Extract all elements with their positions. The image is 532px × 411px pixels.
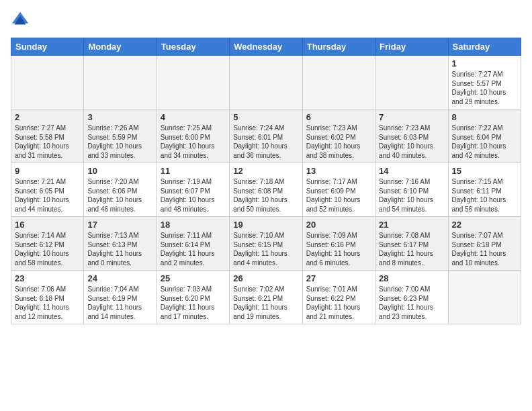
calendar-day-cell: 6Sunrise: 7:23 AM Sunset: 6:02 PM Daylig…: [302, 109, 375, 163]
calendar-day-cell: 11Sunrise: 7:19 AM Sunset: 6:07 PM Dayli…: [157, 163, 229, 217]
calendar-day-cell: [157, 56, 229, 109]
calendar-day-cell: [84, 56, 157, 109]
day-number: 14: [379, 166, 444, 176]
day-number: 23: [15, 273, 80, 283]
weekday-header: Saturday: [448, 38, 521, 56]
day-number: 10: [87, 166, 152, 176]
logo-icon: [11, 11, 30, 30]
calendar-day-cell: 20Sunrise: 7:09 AM Sunset: 6:16 PM Dayli…: [302, 217, 375, 271]
day-info: Sunrise: 7:08 AM Sunset: 6:17 PM Dayligh…: [379, 231, 444, 267]
calendar-day-cell: 18Sunrise: 7:11 AM Sunset: 6:14 PM Dayli…: [157, 217, 229, 271]
calendar-day-cell: [11, 56, 84, 109]
calendar-day-cell: 28Sunrise: 7:00 AM Sunset: 6:23 PM Dayli…: [375, 271, 448, 324]
calendar-day-cell: 24Sunrise: 7:04 AM Sunset: 6:19 PM Dayli…: [84, 271, 157, 324]
day-info: Sunrise: 7:11 AM Sunset: 6:14 PM Dayligh…: [161, 231, 226, 267]
day-info: Sunrise: 7:24 AM Sunset: 6:01 PM Dayligh…: [233, 124, 298, 160]
day-number: 2: [15, 112, 80, 122]
day-info: Sunrise: 7:10 AM Sunset: 6:15 PM Dayligh…: [233, 231, 298, 267]
calendar-day-cell: 13Sunrise: 7:17 AM Sunset: 6:09 PM Dayli…: [302, 163, 375, 217]
day-number: 17: [87, 220, 152, 230]
day-number: 25: [161, 273, 226, 283]
day-number: 4: [161, 112, 226, 122]
day-info: Sunrise: 7:22 AM Sunset: 6:04 PM Dayligh…: [452, 124, 517, 160]
weekday-header: Friday: [375, 38, 448, 56]
calendar-day-cell: 26Sunrise: 7:02 AM Sunset: 6:21 PM Dayli…: [230, 271, 302, 324]
day-info: Sunrise: 7:14 AM Sunset: 6:12 PM Dayligh…: [15, 231, 80, 267]
calendar-day-cell: 25Sunrise: 7:03 AM Sunset: 6:20 PM Dayli…: [157, 271, 229, 324]
calendar-week-row: 2Sunrise: 7:27 AM Sunset: 5:58 PM Daylig…: [11, 109, 521, 163]
weekday-header: Monday: [84, 38, 157, 56]
day-info: Sunrise: 7:17 AM Sunset: 6:09 PM Dayligh…: [306, 177, 371, 214]
calendar-day-cell: 22Sunrise: 7:07 AM Sunset: 6:18 PM Dayli…: [448, 217, 521, 271]
calendar-day-cell: 21Sunrise: 7:08 AM Sunset: 6:17 PM Dayli…: [375, 217, 448, 271]
day-info: Sunrise: 7:20 AM Sunset: 6:06 PM Dayligh…: [87, 177, 152, 214]
day-info: Sunrise: 7:02 AM Sunset: 6:21 PM Dayligh…: [233, 285, 298, 321]
calendar-day-cell: 15Sunrise: 7:15 AM Sunset: 6:11 PM Dayli…: [448, 163, 521, 217]
calendar-day-cell: 1Sunrise: 7:27 AM Sunset: 5:57 PM Daylig…: [448, 56, 521, 109]
day-info: Sunrise: 7:27 AM Sunset: 5:57 PM Dayligh…: [452, 70, 517, 106]
day-info: Sunrise: 7:23 AM Sunset: 6:02 PM Dayligh…: [306, 124, 371, 160]
calendar-header-row: SundayMondayTuesdayWednesdayThursdayFrid…: [11, 38, 521, 56]
day-number: 13: [306, 166, 371, 176]
calendar-day-cell: [230, 56, 302, 109]
day-info: Sunrise: 7:23 AM Sunset: 6:03 PM Dayligh…: [379, 124, 444, 160]
calendar-day-cell: 2Sunrise: 7:27 AM Sunset: 5:58 PM Daylig…: [11, 109, 84, 163]
day-number: 22: [452, 220, 517, 230]
day-info: Sunrise: 7:19 AM Sunset: 6:07 PM Dayligh…: [161, 177, 226, 214]
day-info: Sunrise: 7:21 AM Sunset: 6:05 PM Dayligh…: [15, 177, 80, 214]
calendar-day-cell: 12Sunrise: 7:18 AM Sunset: 6:08 PM Dayli…: [230, 163, 302, 217]
page-header: [11, 11, 521, 30]
day-number: 7: [379, 112, 444, 122]
day-info: Sunrise: 7:26 AM Sunset: 5:59 PM Dayligh…: [87, 124, 152, 160]
day-info: Sunrise: 7:13 AM Sunset: 6:13 PM Dayligh…: [87, 231, 152, 267]
weekday-header: Tuesday: [157, 38, 229, 56]
calendar-day-cell: 17Sunrise: 7:13 AM Sunset: 6:13 PM Dayli…: [84, 217, 157, 271]
weekday-header: Wednesday: [230, 38, 302, 56]
day-info: Sunrise: 7:16 AM Sunset: 6:10 PM Dayligh…: [379, 177, 444, 214]
day-number: 20: [306, 220, 371, 230]
calendar-day-cell: [448, 271, 521, 324]
day-number: 26: [233, 273, 298, 283]
calendar-week-row: 1Sunrise: 7:27 AM Sunset: 5:57 PM Daylig…: [11, 56, 521, 109]
calendar-day-cell: 10Sunrise: 7:20 AM Sunset: 6:06 PM Dayli…: [84, 163, 157, 217]
day-number: 6: [306, 112, 371, 122]
calendar-day-cell: 8Sunrise: 7:22 AM Sunset: 6:04 PM Daylig…: [448, 109, 521, 163]
weekday-header: Sunday: [11, 38, 84, 56]
calendar-day-cell: [302, 56, 375, 109]
day-number: 28: [379, 273, 444, 283]
day-info: Sunrise: 7:27 AM Sunset: 5:58 PM Dayligh…: [15, 124, 80, 160]
calendar-week-row: 16Sunrise: 7:14 AM Sunset: 6:12 PM Dayli…: [11, 217, 521, 271]
day-info: Sunrise: 7:03 AM Sunset: 6:20 PM Dayligh…: [161, 285, 226, 321]
calendar-day-cell: 23Sunrise: 7:06 AM Sunset: 6:18 PM Dayli…: [11, 271, 84, 324]
day-number: 24: [87, 273, 152, 283]
weekday-header: Thursday: [302, 38, 375, 56]
calendar-day-cell: 9Sunrise: 7:21 AM Sunset: 6:05 PM Daylig…: [11, 163, 84, 217]
day-number: 18: [161, 220, 226, 230]
calendar-day-cell: 5Sunrise: 7:24 AM Sunset: 6:01 PM Daylig…: [230, 109, 302, 163]
day-number: 27: [306, 273, 371, 283]
day-info: Sunrise: 7:15 AM Sunset: 6:11 PM Dayligh…: [452, 177, 517, 214]
day-info: Sunrise: 7:04 AM Sunset: 6:19 PM Dayligh…: [87, 285, 152, 321]
calendar-day-cell: [375, 56, 448, 109]
day-number: 21: [379, 220, 444, 230]
day-number: 8: [452, 112, 517, 122]
day-number: 9: [15, 166, 80, 176]
calendar-day-cell: 27Sunrise: 7:01 AM Sunset: 6:22 PM Dayli…: [302, 271, 375, 324]
day-number: 16: [15, 220, 80, 230]
day-number: 5: [233, 112, 298, 122]
calendar-day-cell: 4Sunrise: 7:25 AM Sunset: 6:00 PM Daylig…: [157, 109, 229, 163]
day-info: Sunrise: 7:06 AM Sunset: 6:18 PM Dayligh…: [15, 285, 80, 321]
day-number: 11: [161, 166, 226, 176]
calendar-week-row: 9Sunrise: 7:21 AM Sunset: 6:05 PM Daylig…: [11, 163, 521, 217]
calendar-day-cell: 14Sunrise: 7:16 AM Sunset: 6:10 PM Dayli…: [375, 163, 448, 217]
day-number: 12: [233, 166, 298, 176]
day-number: 19: [233, 220, 298, 230]
day-info: Sunrise: 7:25 AM Sunset: 6:00 PM Dayligh…: [161, 124, 226, 160]
day-number: 1: [452, 58, 517, 68]
calendar-day-cell: 19Sunrise: 7:10 AM Sunset: 6:15 PM Dayli…: [230, 217, 302, 271]
calendar-day-cell: 7Sunrise: 7:23 AM Sunset: 6:03 PM Daylig…: [375, 109, 448, 163]
day-number: 15: [452, 166, 517, 176]
day-info: Sunrise: 7:07 AM Sunset: 6:18 PM Dayligh…: [452, 231, 517, 267]
day-info: Sunrise: 7:01 AM Sunset: 6:22 PM Dayligh…: [306, 285, 371, 321]
logo: [11, 11, 32, 30]
